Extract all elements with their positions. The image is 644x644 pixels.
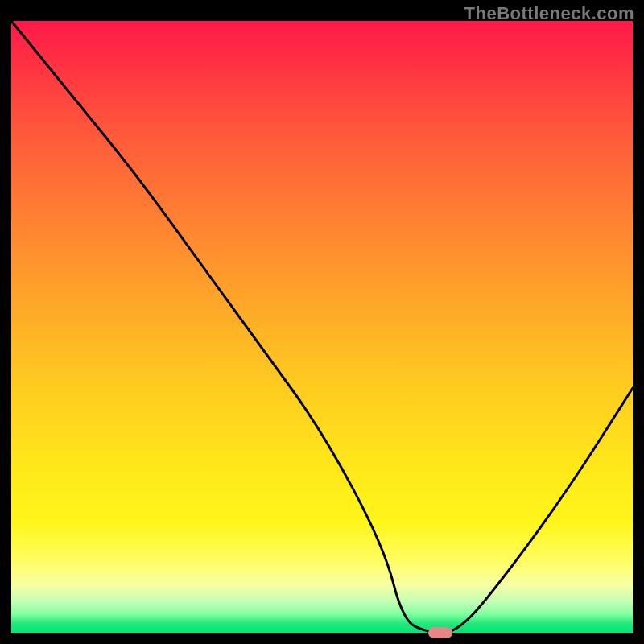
optimal-marker bbox=[428, 627, 452, 638]
bottleneck-curve bbox=[11, 21, 633, 633]
chart-container: TheBottleneck.com bbox=[0, 0, 644, 644]
